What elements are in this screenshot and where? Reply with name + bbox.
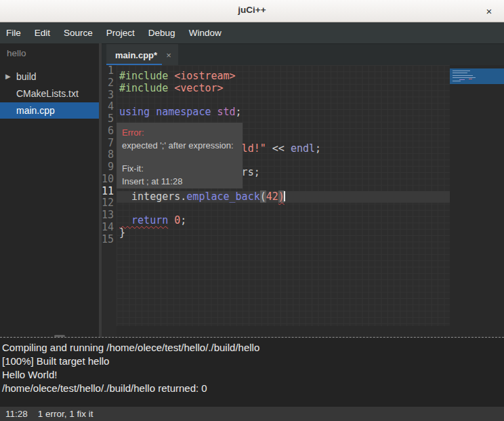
line-number: 11: [102, 186, 117, 198]
code-token: emplace_back: [186, 191, 259, 203]
code-token: endl: [291, 142, 315, 155]
code-token: integers.: [119, 191, 186, 203]
line-number: 5: [102, 113, 117, 125]
minimap-code-mark: [453, 73, 467, 73]
minimap-code-mark: [453, 77, 476, 78]
window-title: juCi++: [0, 5, 504, 15]
menu-file[interactable]: File: [0, 22, 28, 43]
code-token: return: [119, 214, 168, 226]
minimap-code-mark: [453, 75, 473, 76]
code-token: ;: [315, 142, 321, 155]
tree-item-main-cpp[interactable]: main.cpp: [0, 102, 99, 119]
statusbar: 11:28 1 error, 1 fix it: [0, 407, 504, 421]
menu-edit[interactable]: Edit: [28, 22, 57, 43]
menubar: File Edit Source Project Debug Window: [0, 22, 504, 43]
code-line[interactable]: #include <iostream>: [117, 71, 450, 83]
cursor-position: 11:28: [5, 409, 28, 419]
tree-item-label: main.cpp: [16, 105, 55, 116]
code-token: using namespace: [119, 106, 217, 118]
code-token: <<: [266, 142, 291, 155]
tooltip-error-message: expected ';' after expression:: [122, 139, 237, 152]
menu-debug[interactable]: Debug: [142, 22, 182, 43]
tabbar: main.cpp* ×: [102, 43, 504, 65]
menu-window[interactable]: Window: [182, 22, 228, 43]
minimap-code-mark: [459, 79, 465, 80]
splitter-handle[interactable]: [54, 335, 65, 337]
code-token: ;: [236, 106, 242, 118]
code-token: std: [217, 106, 236, 118]
code-token: <iostream>: [174, 70, 235, 82]
code-token: [168, 214, 174, 226]
code-token: (: [260, 191, 266, 203]
code-line[interactable]: integers.emplace_back(42): [117, 191, 450, 203]
minimap-code-mark: [453, 81, 461, 81]
terminal-output[interactable]: Compiling and running /home/olece/test/h…: [0, 338, 504, 407]
code-line[interactable]: return 0;: [117, 215, 450, 227]
code-token: <vector>: [174, 82, 223, 94]
titlebar: juCi++ ×: [0, 0, 504, 22]
file-tree: ▶ build CMakeLists.txt main.cpp: [0, 68, 99, 119]
minimap-viewport[interactable]: [450, 68, 504, 84]
menu-source[interactable]: Source: [57, 22, 100, 43]
line-number: 14: [102, 222, 117, 234]
close-window-button[interactable]: ×: [481, 3, 497, 20]
code-token: #include: [119, 70, 174, 82]
tree-item-label: CMakeLists.txt: [16, 88, 79, 99]
terminal-line: Hello World!: [2, 368, 504, 382]
tooltip-fixit-message: Insert ; at 11:28: [122, 175, 237, 188]
line-number: 2: [102, 77, 117, 89]
tab-close-icon[interactable]: ×: [166, 50, 171, 60]
tooltip-gap: [122, 152, 237, 162]
line-number: 1: [102, 65, 117, 77]
line-number: 6: [102, 125, 117, 138]
tooltip-error-title: Error:: [122, 126, 237, 139]
line-number: 9: [102, 161, 117, 174]
code-line[interactable]: [117, 203, 450, 215]
source-editor[interactable]: 123456789101112131415 #include <iostream…: [102, 65, 504, 337]
terminal-line: Compiling and running /home/olece/test/h…: [2, 341, 504, 355]
terminal-line: [100%] Built target hello: [2, 355, 504, 368]
line-number: 8: [102, 149, 117, 161]
project-name: hello: [0, 43, 99, 62]
line-number: 15: [102, 234, 117, 246]
line-number: 3: [102, 89, 117, 102]
code-token: }: [119, 226, 125, 239]
terminal-line: /home/olece/test/hello/./build/hello ret…: [2, 382, 504, 395]
code-token: ;: [180, 214, 186, 226]
line-number: 7: [102, 138, 117, 150]
diagnostic-tooltip: Error: expected ';' after expression: Fi…: [117, 123, 243, 188]
text-cursor: [284, 191, 285, 201]
line-number: 13: [102, 209, 117, 222]
minimap[interactable]: [450, 65, 504, 337]
line-number-gutter: 123456789101112131415: [102, 65, 117, 337]
code-line[interactable]: }: [117, 227, 450, 239]
line-number: 12: [102, 197, 117, 209]
tree-item-label: build: [16, 71, 37, 82]
editor-bottom-strip: [117, 326, 450, 337]
code-token: 42: [266, 191, 278, 203]
code-line[interactable]: [117, 95, 450, 107]
tab-main-cpp[interactable]: main.cpp* ×: [106, 44, 178, 66]
code-line[interactable]: [117, 239, 450, 252]
code-token: #include: [119, 82, 174, 94]
editor-pane: main.cpp* × 123456789101112131415 #inclu…: [102, 43, 504, 337]
tooltip-fixit-title: Fix-it:: [122, 162, 237, 175]
minimap-error-mark: [469, 79, 472, 79]
tree-item-build[interactable]: ▶ build: [0, 68, 99, 85]
minimap-code-mark: [453, 71, 470, 71]
line-number: 4: [102, 101, 117, 113]
code-line[interactable]: using namespace std;: [117, 106, 450, 119]
tab-label: main.cpp*: [115, 50, 157, 60]
menu-project[interactable]: Project: [100, 22, 142, 43]
juci-window: juCi++ × File Edit Source Project Debug …: [0, 0, 504, 421]
line-number: 10: [102, 174, 117, 186]
code-token: 0: [174, 214, 180, 226]
project-sidebar: hello ▶ build CMakeLists.txt main.cpp: [0, 43, 99, 337]
tree-item-cmakelists[interactable]: CMakeLists.txt: [0, 85, 99, 102]
code-area[interactable]: #include <iostream>#include <vector>usin…: [117, 65, 450, 337]
code-line[interactable]: #include <vector>: [117, 83, 450, 95]
diagnostics-summary: 1 error, 1 fix it: [38, 409, 93, 419]
expander-icon[interactable]: ▶: [5, 68, 11, 85]
